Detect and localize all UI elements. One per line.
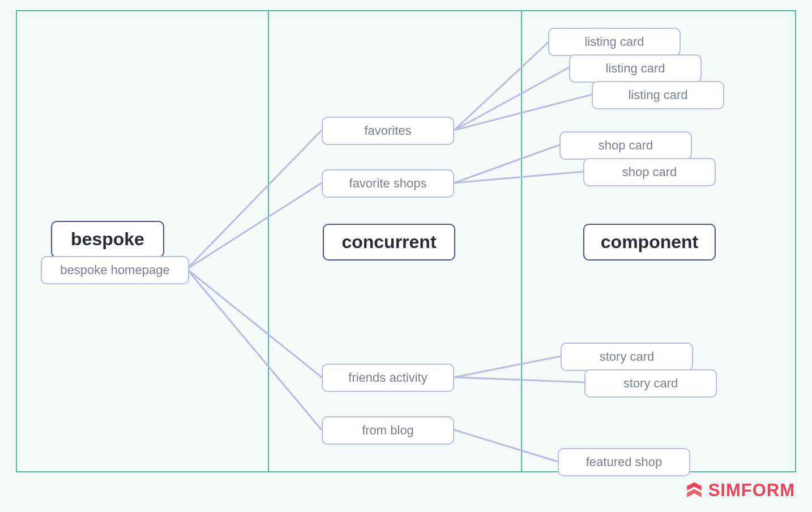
shop-card-node: shop card (583, 158, 716, 186)
svg-line-2 (187, 269, 322, 377)
featured-shop-node: featured shop (558, 448, 690, 476)
bespoke-header: bespoke (51, 221, 164, 258)
svg-line-6 (454, 95, 592, 130)
svg-line-9 (454, 356, 561, 377)
simform-logo-text: SIMFORM (708, 480, 795, 501)
component-header: component (583, 224, 716, 261)
column-divider (521, 11, 522, 471)
from-blog-node: from blog (322, 416, 454, 445)
svg-line-3 (187, 269, 322, 430)
listing-card-node: listing card (592, 81, 724, 109)
svg-line-5 (454, 67, 569, 130)
concurrent-header: concurrent (323, 224, 455, 261)
svg-line-8 (454, 172, 583, 183)
svg-line-11 (454, 430, 558, 462)
svg-line-10 (454, 377, 584, 382)
story-card-node: story card (561, 343, 693, 371)
bespoke-homepage-node: bespoke homepage (41, 256, 189, 284)
simform-logo: SIMFORM (685, 480, 795, 501)
favorites-node: favorites (322, 117, 454, 145)
simform-logo-icon (685, 481, 704, 500)
shop-card-node: shop card (559, 131, 692, 160)
column-divider (268, 11, 269, 471)
svg-line-0 (187, 130, 322, 269)
diagram-container: bespoke bespoke homepage favorites favor… (16, 10, 796, 472)
svg-line-1 (187, 183, 322, 269)
svg-line-4 (454, 41, 549, 130)
friends-activity-node: friends activity (322, 364, 454, 392)
listing-card-node: listing card (548, 28, 681, 56)
story-card-node: story card (584, 369, 717, 398)
listing-card-node: listing card (569, 54, 702, 83)
svg-line-7 (454, 144, 561, 183)
favorite-shops-node: favorite shops (322, 169, 454, 198)
